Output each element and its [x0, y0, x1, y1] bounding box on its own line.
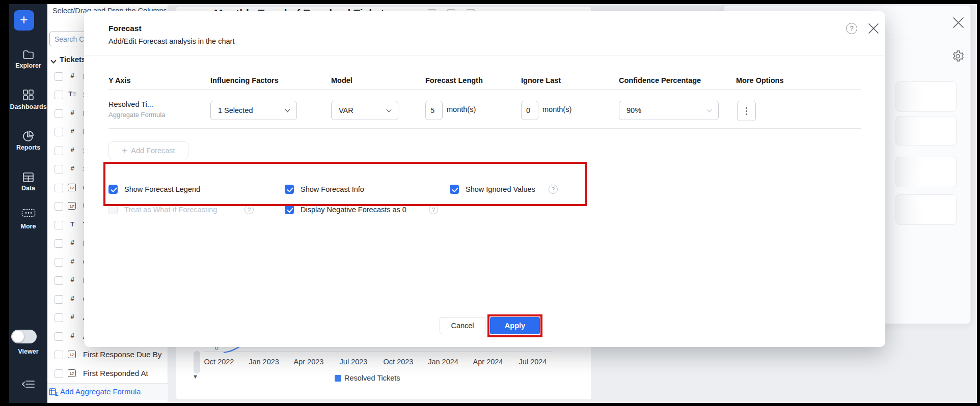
viewer-toggle-label: Viewer [5, 348, 52, 355]
show-ignored-values-label: Show Ignored Values [466, 185, 535, 193]
forecast-length-input[interactable] [425, 101, 443, 120]
scroll-down-arrow-icon[interactable]: ▼ [193, 373, 198, 380]
add-aggregate-formula-link[interactable]: Add Aggregate Formula [60, 387, 141, 396]
field-row: 17First Responded At [47, 367, 168, 383]
date-type-icon: 17 [68, 184, 76, 191]
help-icon[interactable]: ? [429, 205, 438, 214]
divider [84, 55, 885, 55]
aggregate-formula-icon: Σ [49, 388, 59, 396]
chevron-down-icon [285, 107, 290, 112]
text-type-icon: T≡ [67, 90, 78, 98]
field-checkbox[interactable] [55, 221, 63, 229]
sidebar-item-reports[interactable]: Reports [5, 144, 52, 151]
field-checkbox[interactable] [55, 128, 63, 136]
ignore-last-unit: month(s) [542, 105, 571, 113]
add-forecast-button[interactable]: +Add Forecast [108, 141, 188, 159]
x-axis-label: Jan 2023 [249, 358, 279, 366]
dialog-title: Forecast [108, 24, 142, 33]
screenshot-border [0, 403, 980, 406]
field-row: 17First Response Due By [47, 349, 168, 364]
number-type-icon: # [67, 164, 78, 172]
screenshot-border [0, 0, 9, 406]
viewer-toggle[interactable] [11, 330, 37, 343]
display-negative-label: Display Negative Forecasts as 0 [301, 206, 406, 214]
y-axis-field-type: Aggregate Formula [108, 111, 165, 119]
collapse-sidebar-icon[interactable] [9, 379, 47, 391]
grid-icon[interactable] [9, 89, 47, 103]
sidebar-item-more[interactable]: More [5, 223, 52, 230]
field-checkbox[interactable] [55, 239, 63, 248]
chart-scrollbar[interactable] [194, 351, 200, 373]
field-checkbox[interactable] [55, 147, 63, 155]
legend-label: Resolved Tickets [344, 374, 400, 382]
chevron-down-icon [707, 107, 712, 112]
field-checkbox[interactable] [55, 72, 63, 81]
number-type-icon: # [67, 313, 78, 321]
more-options-kebab-button[interactable] [737, 101, 756, 121]
field-checkbox[interactable] [55, 295, 63, 304]
show-forecast-info-checkbox[interactable] [285, 185, 294, 194]
field-checkbox[interactable] [55, 332, 63, 341]
ignore-last-input[interactable] [521, 101, 538, 120]
x-axis-label: Apr 2023 [294, 358, 324, 366]
ellipsis-icon[interactable] [9, 209, 47, 219]
show-forecast-legend-checkbox[interactable] [108, 185, 118, 194]
gear-icon[interactable] [951, 50, 964, 63]
date-type-icon: 17 [68, 202, 76, 210]
y-axis-field-name: Resolved Ti... [108, 100, 153, 108]
dialog-subtitle: Add/Edit Forecast analysis in the chart [108, 37, 234, 45]
column-header-more-options: More Options [736, 76, 783, 84]
field-checkbox[interactable] [55, 109, 63, 118]
pie-chart-icon[interactable] [9, 130, 47, 144]
field-checkbox[interactable] [55, 313, 63, 322]
folder-icon[interactable] [9, 49, 47, 62]
forecast-length-unit: month(s) [447, 105, 476, 113]
settings-card [895, 157, 957, 187]
display-negative-checkbox[interactable] [285, 205, 294, 214]
sidebar-item-dashboards[interactable]: Dashboards [5, 103, 52, 110]
settings-card [895, 194, 957, 225]
help-icon[interactable]: ? [846, 23, 857, 34]
table-icon[interactable] [9, 172, 47, 185]
plus-icon: + [122, 146, 127, 155]
forecast-dialog: Forecast Add/Edit Forecast analysis in t… [84, 11, 885, 347]
table-section-tickets[interactable]: Tickets [50, 55, 86, 66]
cancel-button[interactable]: Cancel [440, 317, 485, 334]
field-checkbox[interactable] [55, 91, 63, 99]
show-ignored-values-checkbox[interactable] [450, 185, 459, 194]
field-checkbox[interactable] [55, 165, 63, 173]
columns-panel-footer: Σ Add Aggregate Formula [47, 383, 168, 400]
field-checkbox[interactable] [55, 351, 63, 359]
treat-what-if-checkbox[interactable] [108, 205, 118, 214]
settings-panel-close-icon[interactable] [952, 17, 964, 28]
column-header-forecast-length: Forecast Length [425, 76, 483, 84]
number-type-icon: # [67, 109, 78, 117]
number-type-icon: # [67, 239, 78, 246]
column-header-influencing-factors: Influencing Factors [210, 76, 279, 84]
settings-card [895, 81, 957, 112]
help-icon[interactable]: ? [244, 205, 254, 214]
field-checkbox[interactable] [55, 184, 63, 192]
apply-button[interactable]: Apply [490, 317, 540, 334]
x-axis-line [203, 352, 553, 352]
show-forecast-legend-label: Show Forecast Legend [124, 185, 200, 193]
number-type-icon: # [67, 146, 78, 154]
influencing-factors-dropdown[interactable]: 1 Selected [210, 101, 297, 120]
table-section-label: Tickets [60, 55, 86, 64]
help-icon[interactable]: ? [549, 185, 558, 194]
field-checkbox[interactable] [55, 369, 63, 378]
create-new-button[interactable]: + [14, 10, 34, 31]
field-checkbox[interactable] [55, 276, 63, 285]
field-checkbox[interactable] [55, 202, 63, 211]
number-type-icon: # [67, 72, 78, 79]
number-type-icon: # [67, 276, 78, 283]
confidence-percentage-dropdown[interactable]: 90% [619, 101, 719, 120]
model-dropdown[interactable]: VAR [331, 101, 398, 120]
dialog-close-icon[interactable] [868, 23, 879, 34]
sidebar-item-explorer[interactable]: Explorer [5, 62, 52, 69]
highlight-box-options [103, 162, 587, 206]
sidebar-item-data[interactable]: Data [5, 185, 52, 192]
legend-swatch [335, 375, 341, 382]
field-checkbox[interactable] [55, 258, 63, 267]
number-type-icon: # [67, 295, 78, 302]
